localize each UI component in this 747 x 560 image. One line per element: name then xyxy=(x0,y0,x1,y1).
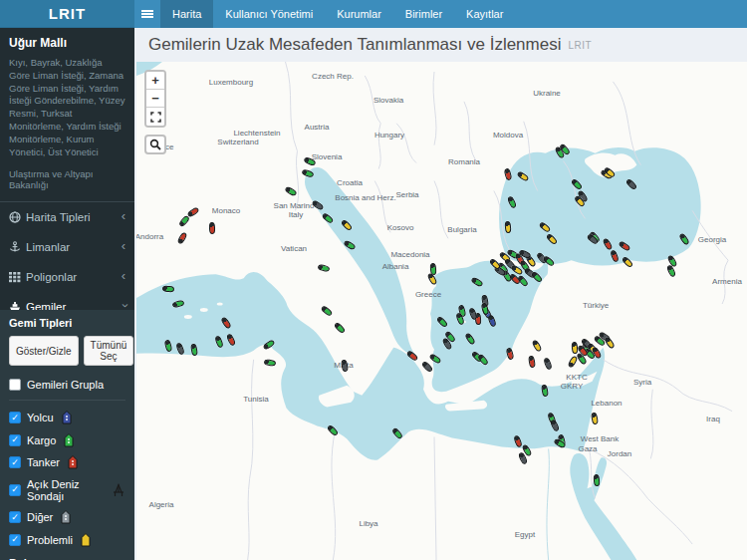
fullscreen-button[interactable] xyxy=(146,108,164,126)
ship-marker[interactable] xyxy=(618,240,630,252)
user-organization: Ulaştırma ve Altyapı Bakanlığı xyxy=(9,168,125,190)
ship-marker[interactable] xyxy=(487,314,497,327)
kargo-checkbox[interactable] xyxy=(9,434,21,446)
ship-marker[interactable] xyxy=(343,239,356,250)
diger-checkbox[interactable] xyxy=(9,511,21,523)
ship-marker[interactable] xyxy=(162,285,174,292)
ship-marker[interactable] xyxy=(591,413,599,425)
sidebar-item-harita-tipleri[interactable]: Harita Tipleri ‹ xyxy=(0,202,134,232)
ship-marker[interactable] xyxy=(593,474,600,486)
nav-item-kurumlar[interactable]: Kurumlar xyxy=(325,0,393,28)
ship-marker[interactable] xyxy=(517,274,529,287)
nav-item-kay-tlar[interactable]: Kayıtlar xyxy=(454,0,515,28)
sondaj-checkbox[interactable] xyxy=(9,484,21,496)
ship-marker[interactable] xyxy=(320,305,333,317)
ship-marker[interactable] xyxy=(171,300,184,309)
ship-marker[interactable] xyxy=(602,237,613,250)
ship-marker[interactable] xyxy=(622,256,634,269)
ship-marker[interactable] xyxy=(531,271,544,284)
ship-marker[interactable] xyxy=(220,316,232,329)
ship-marker[interactable] xyxy=(531,339,542,352)
ship-marker[interactable] xyxy=(303,156,316,167)
ship-marker[interactable] xyxy=(341,360,349,373)
ship-marker[interactable] xyxy=(543,357,553,370)
ship-marker[interactable] xyxy=(571,178,584,191)
ship-marker[interactable] xyxy=(214,335,224,348)
yolcu-checkbox[interactable] xyxy=(9,412,21,423)
nav-item-kullan-c-y-netimi[interactable]: Kullanıcı Yönetimi xyxy=(213,0,325,28)
group-ships-checkbox[interactable] xyxy=(9,379,21,391)
ship-marker[interactable] xyxy=(436,316,449,329)
tanker-checkbox[interactable] xyxy=(9,456,21,468)
nav-item-birimler[interactable]: Birimler xyxy=(393,0,454,28)
ship-marker[interactable] xyxy=(262,339,275,351)
map-country-label: GKRY xyxy=(561,382,584,391)
map-country-label: Lebanon xyxy=(591,399,622,408)
ship-marker[interactable] xyxy=(178,214,190,227)
ship-marker[interactable] xyxy=(507,195,518,208)
show-hide-button[interactable]: Göster/Gizle xyxy=(9,336,79,366)
ship-marker[interactable] xyxy=(513,434,523,447)
ship-marker[interactable] xyxy=(311,199,324,211)
ship-marker[interactable] xyxy=(301,168,314,178)
ship-marker[interactable] xyxy=(264,359,277,367)
ship-marker[interactable] xyxy=(176,231,187,244)
nav-item-harita[interactable]: Harita xyxy=(160,0,213,28)
ship-marker[interactable] xyxy=(504,221,511,233)
content-header: Gemilerin Uzak Mesafeden Tanımlanması ve… xyxy=(134,28,747,62)
ship-marker[interactable] xyxy=(604,336,616,349)
ship-marker[interactable] xyxy=(341,219,354,232)
ship-marker[interactable] xyxy=(477,353,489,366)
map-country-label: Hungary xyxy=(374,131,404,140)
ship-marker[interactable] xyxy=(506,347,515,360)
ship-marker[interactable] xyxy=(678,232,690,245)
ship-marker[interactable] xyxy=(391,426,403,439)
magnifier-icon xyxy=(149,139,161,150)
ship-marker[interactable] xyxy=(321,212,334,224)
ship-marker[interactable] xyxy=(528,356,536,369)
ship-marker[interactable] xyxy=(190,344,198,357)
ship-marker[interactable] xyxy=(334,322,347,335)
ship-marker[interactable] xyxy=(625,178,638,191)
sidebar-item-poligonlar[interactable]: Poligonlar ‹ xyxy=(0,262,134,292)
sidebar-toggle-button[interactable] xyxy=(134,0,160,28)
ship-marker[interactable] xyxy=(209,222,215,234)
ship-marker[interactable] xyxy=(546,233,559,246)
ship-marker[interactable] xyxy=(284,185,297,196)
ship-marker[interactable] xyxy=(610,249,620,262)
map-country-label: Egypt xyxy=(515,530,535,539)
ship-marker[interactable] xyxy=(327,424,340,437)
map-country-label: Slovenia xyxy=(312,152,343,161)
ship-marker[interactable] xyxy=(470,276,483,287)
ship-marker[interactable] xyxy=(428,353,441,365)
map[interactable]: FranceLuxembourgCzech Rep.SlovakiaAustri… xyxy=(136,62,747,560)
ship-type-row-tanker: Tanker xyxy=(9,455,125,469)
ship-marker[interactable] xyxy=(421,361,434,374)
select-all-button[interactable]: Tümünü Seç xyxy=(84,336,134,366)
ship-marker[interactable] xyxy=(226,333,237,346)
ship-marker[interactable] xyxy=(542,255,555,267)
map-country-label: Vatican xyxy=(281,244,307,253)
ship-marker[interactable] xyxy=(175,342,185,355)
ship-marker[interactable] xyxy=(516,170,529,182)
ship-marker[interactable] xyxy=(571,342,578,354)
ship-marker[interactable] xyxy=(504,167,513,180)
ship-marker[interactable] xyxy=(468,307,478,320)
chevron-left-icon: ‹ xyxy=(122,268,125,283)
ship-marker[interactable] xyxy=(541,385,549,398)
ship-marker[interactable] xyxy=(426,272,437,285)
ship-marker[interactable] xyxy=(550,419,561,431)
sidebar-item-limanlar[interactable]: Limanlar ‹ xyxy=(0,232,134,262)
zoom-in-button[interactable]: + xyxy=(146,72,164,90)
map-country-label: Liechtenstein xyxy=(233,129,280,138)
ship-marker[interactable] xyxy=(464,332,476,345)
zoom-out-button[interactable]: − xyxy=(146,90,164,108)
problemli-checkbox[interactable] xyxy=(9,534,21,546)
ship-marker[interactable] xyxy=(317,264,330,273)
ship-marker[interactable] xyxy=(164,339,173,352)
app-logo[interactable]: LRIT xyxy=(0,0,134,28)
map-search-button[interactable] xyxy=(144,135,166,154)
ship-marker[interactable] xyxy=(405,350,418,362)
page-title-suffix: LRIT xyxy=(568,40,592,51)
ship-marker[interactable] xyxy=(538,221,551,233)
